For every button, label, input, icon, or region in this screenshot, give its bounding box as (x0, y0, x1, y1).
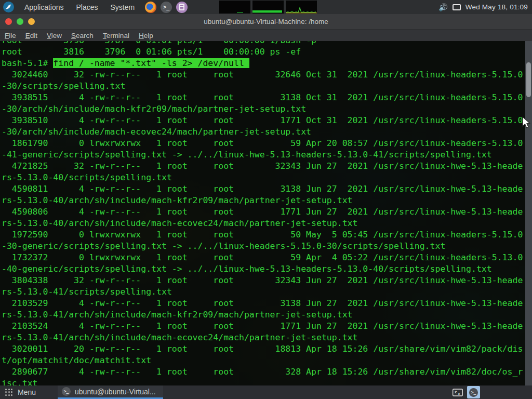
cpu-monitor-graph (219, 1, 250, 14)
menu-help[interactable]: Help (134, 30, 158, 42)
terminal-task-icon: >_ (62, 387, 71, 396)
terminal-line: rs-5.13.0-40/arch/sh/include/mach-kfr2r0… (2, 195, 525, 206)
firefox-launcher-icon[interactable] (145, 2, 156, 13)
terminal-line: bash-5.1# find / -name "*.txt" -ls 2> /d… (2, 58, 525, 69)
terminal-lines: root 3796 3787 0 01:01 pts/1 00:00:00 1/… (2, 41, 525, 385)
terminal-viewport[interactable]: root 3796 3787 0 01:01 pts/1 00:00:00 1/… (0, 41, 532, 385)
window-title: ubuntu@ubuntu-Virtual-Machine: /home (0, 18, 532, 25)
terminal-line: 2103529 4 -rw-r--r-- 1 root root 3138 Ju… (2, 298, 525, 309)
terminal-line: -30-generic/scripts/spelling.txt -> ../.… (2, 241, 525, 252)
terminal-line: isc.txt (2, 378, 525, 385)
terminal-line: root 3816 3796 0 01:06 pts/1 00:00:00 ps… (2, 46, 525, 58)
taskbar-menu-button[interactable]: Menu (18, 388, 36, 396)
terminal-line: rs-5.13.0-41/arch/sh/include/mach-ecovec… (2, 332, 525, 343)
volume-icon[interactable]: 🔊 (438, 3, 447, 11)
menu-search[interactable]: Search (66, 30, 98, 42)
menu-system[interactable]: System (104, 0, 141, 14)
terminal-line: 2890677 4 -rw-r--r-- 1 root root 328 Apr… (2, 366, 525, 378)
memory-monitor-graph (252, 1, 284, 14)
terminal-line: 3938515 4 -rw-r--r-- 1 root root 3138 Oc… (2, 92, 525, 103)
terminal-line: 3024460 32 -rw-r--r-- 1 root root 32646 … (2, 69, 525, 81)
clock[interactable]: Wed May 18, 01:09 (466, 3, 528, 11)
terminal-line: 3938510 4 -rw-r--r-- 1 root root 1771 Oc… (2, 115, 525, 126)
top-panel: Applications Places System >_ 🔊 Wed May … (0, 0, 532, 14)
svg-text:Z: Z (455, 390, 457, 394)
document-glyph (179, 4, 184, 10)
terminal-line: -30/scripts/spelling.txt (2, 81, 525, 92)
terminal-line: 4590811 4 -rw-r--r-- 1 root root 3138 Ju… (2, 183, 525, 195)
terminal-scrollbar[interactable] (525, 41, 532, 385)
terminal-line: -40-generic/scripts/spelling.txt -> ../.… (2, 263, 525, 275)
menu-applications[interactable]: Applications (18, 0, 70, 14)
terminal-line: rs-5.13.0-40/scripts/spelling.txt (2, 172, 525, 183)
terminal-menubar: File Edit View Search Terminal Help (0, 29, 532, 41)
distro-logo-icon[interactable] (3, 2, 14, 12)
terminal-line: 1732372 0 lrwxrwxrwx 1 root root 59 Apr … (2, 252, 525, 263)
menu-file[interactable]: File (0, 30, 21, 42)
terminal-tray-glyph: >_ (469, 388, 478, 397)
terminal-line: 4590806 4 -rw-r--r-- 1 root root 1771 Ju… (2, 206, 525, 218)
system-monitor-applets[interactable] (219, 1, 317, 14)
taskbar-window-label: ubuntu@ubuntu-Virtual... (75, 388, 156, 396)
terminal-line: rs-5.13.0-41/scripts/spelling.txt (2, 286, 525, 298)
svg-text:z: z (458, 392, 460, 395)
menu-edit[interactable]: Edit (21, 30, 42, 42)
terminal-line: 3020011 20 -rw-r--r-- 1 root root 18813 … (2, 343, 525, 355)
terminal-tray-icon[interactable]: >_ (467, 386, 480, 398)
menu-places[interactable]: Places (70, 0, 104, 14)
keyboard-input-icon[interactable]: Z z (453, 389, 463, 396)
terminal-glyph: >_ (163, 4, 169, 10)
display-icon[interactable] (453, 4, 461, 10)
menu-terminal[interactable]: Terminal (98, 30, 134, 42)
network-monitor-graph (286, 1, 317, 14)
terminal-line: 4721825 32 -rw-r--r-- 1 root root 32343 … (2, 161, 525, 172)
terminal-line: 1972590 0 lrwxrwxrwx 1 root root 50 May … (2, 229, 525, 241)
text-editor-launcher-icon[interactable] (176, 2, 188, 13)
terminal-launcher-icon[interactable]: >_ (161, 2, 172, 13)
terminal-line: -41-generic/scripts/spelling.txt -> ../.… (2, 149, 525, 161)
menu-view[interactable]: View (42, 30, 66, 42)
terminal-line: -30/arch/sh/include/mach-kfr2r09/mach/pa… (2, 103, 525, 115)
terminal-line: root 3796 3787 0 01:01 pts/1 00:00:00 1/… (2, 41, 525, 46)
terminal-line: rs-5.13.0-41/arch/sh/include/mach-kfr2r0… (2, 309, 525, 321)
scrollbar-thumb[interactable] (526, 62, 531, 97)
terminal-line: -30/arch/sh/include/mach-ecovec24/mach/p… (2, 126, 525, 138)
terminal-line: 3804338 32 -rw-r--r-- 1 root root 32343 … (2, 275, 525, 286)
system-tray: Z z >_ (453, 385, 480, 399)
taskbar-window-button[interactable]: >_ ubuntu@ubuntu-Virtual... (58, 385, 163, 399)
terminal-line: 2103524 4 -rw-r--r-- 1 root root 1771 Ju… (2, 321, 525, 332)
terminal-line: 1861790 0 lrwxrwxrwx 1 root root 59 Apr … (2, 138, 525, 149)
terminal-line: rs-5.13.0-40/arch/sh/include/mach-ecovec… (2, 218, 525, 229)
bottom-taskbar: Menu >_ ubuntu@ubuntu-Virtual... Z z >_ (0, 385, 532, 399)
window-titlebar: ubuntu@ubuntu-Virtual-Machine: /home (0, 14, 532, 29)
terminal-line: t/opt/matchit/doc/matchit.txt (2, 355, 525, 366)
apps-grid-icon[interactable] (5, 389, 13, 396)
